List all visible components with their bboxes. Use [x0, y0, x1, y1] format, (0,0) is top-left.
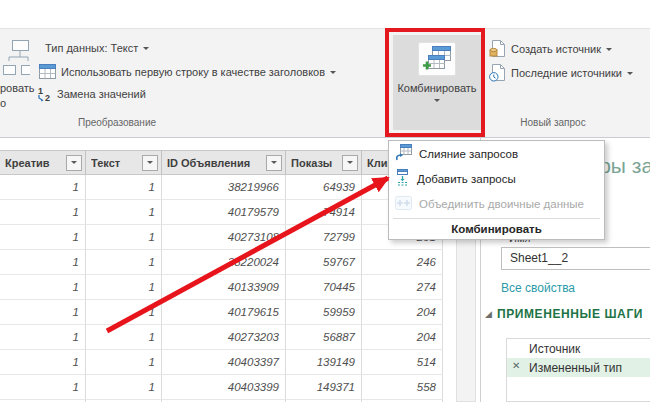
table-cell[interactable]: 1 [86, 350, 162, 375]
table-cell[interactable]: 1 [86, 375, 162, 400]
table-cell[interactable]: 1 [0, 375, 86, 400]
query-name-input[interactable]: Sheet1__2 [501, 247, 650, 270]
filter-arrow-icon [347, 161, 353, 167]
filter-button[interactable] [342, 155, 358, 171]
table-row: 114017957974914 [0, 200, 443, 225]
expand-triangle-icon: ◢ [485, 309, 492, 319]
table-cell[interactable]: 40403397 [162, 350, 286, 375]
combine-button-label: Комбинировать [397, 82, 476, 94]
table-cell[interactable]: 1 [0, 300, 86, 325]
use-first-row-button[interactable]: Использовать первую строку в качестве за… [39, 64, 336, 80]
chevron-down-icon [330, 71, 336, 77]
ribbon: ровать о Тип данных: Текст Использовать … [0, 28, 650, 138]
replace-values-label: Замена значений [57, 88, 146, 100]
menu-item-1[interactable]: Слияние запросов [389, 141, 604, 166]
table-cell[interactable]: 40273108 [162, 225, 286, 250]
table-cell[interactable]: 1 [0, 275, 86, 300]
replace-values-button[interactable]: 1 2 Замена значений [36, 86, 146, 102]
table-cell[interactable]: 70445 [286, 275, 362, 300]
table-cell[interactable]: 1 [86, 225, 162, 250]
table-cell[interactable]: 59959 [286, 300, 362, 325]
data-type-button[interactable]: Тип данных: Текст [45, 40, 149, 56]
table-cell[interactable]: 40273203 [162, 325, 286, 350]
filter-button[interactable] [66, 155, 82, 171]
table-cell[interactable]: 1 [86, 250, 162, 275]
table-cell[interactable]: 40179579 [162, 200, 286, 225]
chevron-down-icon [627, 72, 633, 78]
applied-step-2[interactable]: ✕Измененный тип [507, 358, 650, 377]
applied-step-label: Измененный тип [529, 361, 622, 375]
applied-step-1[interactable]: Источник [507, 339, 650, 358]
delete-step-icon[interactable]: ✕ [512, 360, 520, 371]
table-cell[interactable]: 38220024 [162, 250, 286, 275]
table-cell[interactable]: 1 [0, 250, 86, 275]
menu-item-2[interactable]: Добавить запросы [389, 166, 604, 191]
table-cell[interactable]: 40133909 [162, 275, 286, 300]
filter-arrow-icon [271, 161, 277, 167]
column-header-3[interactable]: ID Объявления [162, 150, 286, 175]
column-header-label: Показы [291, 157, 339, 169]
column-header-label: Текст [91, 157, 139, 169]
group-by-label-line1: ровать [0, 81, 35, 96]
table-cell[interactable]: 40403399 [162, 375, 286, 400]
column-header-1[interactable]: Креатив [0, 150, 86, 175]
table-cell[interactable]: 149371 [286, 375, 362, 400]
group-by-icon [2, 39, 30, 81]
column-header-4[interactable]: Показы [286, 150, 362, 175]
table-row: 113821996664939 [0, 175, 443, 200]
group-by-button[interactable]: ровать о [0, 35, 34, 133]
table-cell[interactable]: 558 [362, 375, 443, 400]
table-cell[interactable]: 1 [0, 175, 86, 200]
table-row: 114027320356887204 [0, 325, 443, 350]
table-cell[interactable]: 204 [362, 325, 443, 350]
append-queries-icon [395, 169, 410, 188]
filter-button[interactable] [266, 155, 282, 171]
column-header-label: ID Объявления [167, 157, 263, 169]
table-cell[interactable]: 274 [362, 275, 443, 300]
table-cell[interactable]: 139149 [286, 350, 362, 375]
table-row: 113822002459767246 [0, 250, 443, 275]
table-cell[interactable]: 1 [0, 200, 86, 225]
table-cell[interactable]: 56887 [286, 325, 362, 350]
filter-button[interactable] [142, 155, 158, 171]
grid-header-row: КреативТекстID ОбъявленияПоказыКлики [0, 150, 443, 175]
menu-items: Слияние запросовДобавить запросыОбъедини… [389, 141, 604, 216]
table-row: 114027310872799291 [0, 225, 443, 250]
combine-button[interactable]: Комбинировать [393, 35, 481, 130]
table-cell[interactable]: 1 [86, 300, 162, 325]
table-cell[interactable]: 74914 [286, 200, 362, 225]
table-cell[interactable]: 40179615 [162, 300, 286, 325]
table-cell[interactable]: 59767 [286, 250, 362, 275]
column-header-label: Креатив [5, 157, 63, 169]
table-cell[interactable]: 1 [0, 225, 86, 250]
applied-steps-header[interactable]: ◢ ПРИМЕНЕННЫЕ ШАГИ [485, 307, 643, 321]
chevron-down-icon [434, 99, 440, 105]
menu-item-label: Слияние запросов [419, 148, 518, 160]
table-cell[interactable]: 1 [86, 200, 162, 225]
menu-item-label: Добавить запросы [417, 173, 516, 185]
table-cell[interactable]: 1 [86, 275, 162, 300]
merge-queries-icon [395, 144, 412, 163]
table-cell[interactable]: 72799 [286, 225, 362, 250]
table-cell[interactable]: 1 [0, 350, 86, 375]
table-cell[interactable]: 38219966 [162, 175, 286, 200]
all-properties-link[interactable]: Все свойства [501, 281, 575, 295]
recent-sources-button[interactable]: Последние источники [489, 65, 633, 81]
table-header-row-icon [39, 64, 56, 81]
table-cell[interactable]: 64939 [286, 175, 362, 200]
new-source-button[interactable]: Создать источник [489, 41, 612, 57]
use-first-row-label: Использовать первую строку в качестве за… [61, 66, 325, 78]
svg-text:2: 2 [45, 93, 50, 102]
chevron-down-icon [143, 47, 149, 53]
table-cell[interactable]: 1 [86, 175, 162, 200]
table-cell[interactable]: 1 [0, 325, 86, 350]
table-cell[interactable]: 1 [86, 325, 162, 350]
table-row: 114017961559959204 [0, 300, 443, 325]
table-row: 1140403397139149514 [0, 350, 443, 375]
applied-step-label: Источник [529, 342, 580, 356]
column-header-2[interactable]: Текст [86, 150, 162, 175]
table-cell[interactable]: 246 [362, 250, 443, 275]
data-type-label: Тип данных: Текст [45, 42, 138, 54]
table-cell[interactable]: 204 [362, 300, 443, 325]
table-cell[interactable]: 514 [362, 350, 443, 375]
